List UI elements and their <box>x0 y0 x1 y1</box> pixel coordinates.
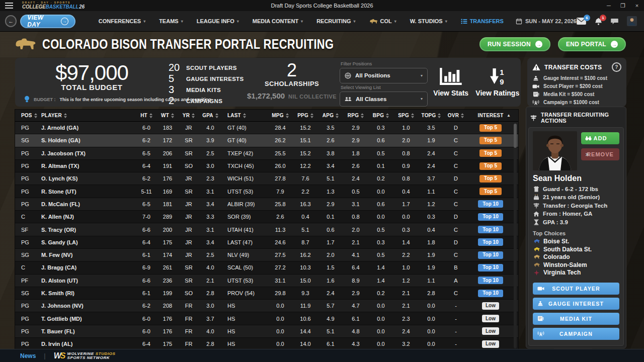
remove-button[interactable]: ✕ REMOVE <box>581 148 619 160</box>
cell-last: LAST (47) <box>221 239 268 245</box>
cell-bpg: 0.0 <box>368 303 393 309</box>
date-display[interactable]: SUN - MAY 22, 2026 <box>516 18 577 25</box>
table-row[interactable]: PGT. Gottlieb (MD)6-0176FR3.7HS0.010.64.… <box>15 312 518 325</box>
cell-rpg: 2.4 <box>343 175 368 182</box>
column-label: APG <box>323 113 334 118</box>
warning-icon <box>532 64 540 70</box>
table-row[interactable]: PGT. Bauer (FL)6-0176FR4.0HS0.014.45.14.… <box>15 325 518 338</box>
cell-rpg: 0.5 <box>343 189 368 195</box>
table-row[interactable]: PGJ. Arnold (GA)6-0183JR4.0GT (40)28.415… <box>15 122 518 134</box>
nav-item-teams[interactable]: TEAMS▾ <box>159 18 183 24</box>
cell-last: HS <box>221 303 268 309</box>
column-header-gpa[interactable]: GPA <box>199 113 221 118</box>
positions-dropdown[interactable]: All Positions ▾ <box>340 68 428 83</box>
table-row[interactable]: SGK. Smith (RI)6-1199SO2.8PROV (54)29.89… <box>15 287 518 300</box>
help-button[interactable]: ? <box>612 62 621 72</box>
table-row[interactable]: PGD. McCain (FL)6-5181JR3.4ALBIR (39)25.… <box>15 198 518 211</box>
cell-topg: 1.9 <box>419 137 444 143</box>
column-header-ovr[interactable]: OVR <box>444 113 468 118</box>
view-ratings-button[interactable]: 19 View Ratings <box>474 58 521 107</box>
minimize-button[interactable]: ─ <box>602 3 616 9</box>
nav-item-recruiting[interactable]: RECRUITING▾ <box>316 18 355 24</box>
network-logo[interactable]: WS WOLVERINE STUDIOS SPORTS NETWORK <box>54 352 116 360</box>
top-choice-winston-salem[interactable]: Winston-Salem <box>533 261 619 269</box>
back-button[interactable]: ← <box>5 15 17 27</box>
table-row[interactable]: SGS. Holden (GA)6-2172SR3.9GT (40)26.215… <box>15 134 518 147</box>
nav-item-media-content[interactable]: MEDIA CONTENT▾ <box>253 18 303 24</box>
table-row[interactable]: PGJ. Jacobson (TX)6-5206SR2.5TXEP (42)25… <box>15 147 518 160</box>
profile-avatar[interactable] <box>627 16 637 26</box>
table-row[interactable]: SGM. Few (NV)6-1174JR2.5NLV (49)27.516.2… <box>15 249 518 261</box>
cell-spg: 2.4 <box>393 328 419 334</box>
campaign-button[interactable]: CAMPAIGN <box>533 328 619 340</box>
column-header-spg[interactable]: SPG <box>393 113 419 118</box>
cell-ht: 6-6 <box>136 227 157 233</box>
column-header-bpg[interactable]: BPG <box>368 113 393 118</box>
column-header-topg[interactable]: TOPG <box>419 113 444 118</box>
cell-spg: 0.4 <box>393 189 419 195</box>
top-choice-south-dakota-st[interactable]: South Dakota St. <box>533 246 619 253</box>
top-choice-virginia-tech[interactable]: Virginia Tech <box>533 269 619 277</box>
gauge-interest-button[interactable]: GAUGE INTEREST <box>533 298 619 310</box>
column-header-wt[interactable]: WT <box>157 113 178 118</box>
column-header-interest[interactable]: INTEREST▲ <box>468 113 513 118</box>
column-header-last[interactable]: LAST <box>221 113 268 118</box>
cell-yr: JR <box>178 239 199 245</box>
table-row[interactable]: PGO. Lynch (KS)6-2176JR2.3WICH (51)27.87… <box>15 172 518 185</box>
nav-item-conferences[interactable]: CONFERENCES▾ <box>99 18 145 24</box>
cell-last: SOR (39) <box>221 214 268 220</box>
column-header-apg[interactable]: APG <box>318 113 343 118</box>
nav-item-w-studios[interactable]: W. STUDIOS▾ <box>410 18 447 24</box>
table-row[interactable]: PGJ. Johnson (NV)6-2208FR3.0HS0.011.95.7… <box>15 300 518 312</box>
view-day-button[interactable]: VIEW DAY → <box>20 15 75 28</box>
column-header-yr[interactable]: YR <box>178 113 199 118</box>
detail-text: GPA : 3.9 <box>543 219 568 225</box>
nav-item-league-info[interactable]: LEAGUE INFO▾ <box>197 18 239 24</box>
add-button[interactable]: ADD <box>581 132 619 144</box>
cell-ovr: C <box>444 252 468 258</box>
cell-interest: Top 5 <box>468 188 513 195</box>
view-stats-button[interactable]: View Stats <box>428 58 474 107</box>
column-header-ht[interactable]: HT <box>136 113 157 118</box>
nav-item-transfers[interactable]: TRANSFERS <box>461 18 504 24</box>
table-row[interactable]: PGR. Altman (TX)6-4191SO3.0TXCH (45)26.0… <box>15 160 518 172</box>
table-scrollbar[interactable] <box>514 123 517 348</box>
table-row[interactable]: PGR. Stone (UT)5-11169SR3.1UTST (53)7.92… <box>15 185 518 198</box>
close-button[interactable]: × <box>630 3 644 9</box>
top-choice-boise-st[interactable]: Boise St. <box>533 238 619 245</box>
menu-icon[interactable] <box>5 5 13 6</box>
run-session-button[interactable]: RUN SESSION → <box>479 37 550 51</box>
column-header-player[interactable]: PLAYER <box>34 113 136 118</box>
maximize-button[interactable]: ❐ <box>616 3 630 9</box>
scrollbar-thumb[interactable] <box>514 124 517 148</box>
transfer-costs-panel: TRANSFER COSTS ? Gauge Interest = $100 c… <box>527 58 626 107</box>
column-header-ppg[interactable]: PPG <box>293 113 318 118</box>
news-link[interactable]: News <box>20 352 36 359</box>
cell-yr: SR <box>178 264 199 270</box>
table-row[interactable]: CJ. Bragg (CA)6-9261SR4.0SCAL (50)27.210… <box>15 261 518 274</box>
column-header-rpg[interactable]: RPG <box>343 113 368 118</box>
nav-item-col[interactable]: COL▾ <box>369 18 396 24</box>
column-header-pos[interactable]: POS <box>15 113 34 118</box>
top-choice-colorado[interactable]: Colorado <box>533 253 619 261</box>
cell-ppg: 14.4 <box>293 328 318 334</box>
scout-player-button[interactable]: SCOUT PLAYER <box>533 283 619 295</box>
messages-button[interactable]: 6 <box>577 18 586 25</box>
table-row[interactable]: CK. Allen (NJ)7-0289JR3.3SOR (39)2.60.40… <box>15 211 518 223</box>
table-row[interactable]: SFS. Tracy (OR)6-6200JR3.1UTAH (41)11.35… <box>15 223 518 236</box>
cell-last: TXEP (42) <box>221 150 268 156</box>
column-header-mpg[interactable]: MPG <box>268 113 293 118</box>
table-row[interactable]: PFD. Alston (UT)6-6236SR2.1UTST (53)31.1… <box>15 275 518 287</box>
campaign-icon <box>537 331 544 336</box>
counter-label: SCOUT PLAYERS <box>186 65 237 71</box>
end-portal-button[interactable]: END PORTAL → <box>558 37 626 51</box>
cell-interest: Top 10 <box>468 290 513 297</box>
cell-ht: 6-6 <box>136 278 157 284</box>
classes-dropdown[interactable]: All Classes ▾ <box>340 92 428 107</box>
table-row[interactable]: PGS. Gandy (LA)6-4175JR3.4LAST (47)24.68… <box>15 236 518 249</box>
chevron-down-icon: ▾ <box>143 19 145 24</box>
cell-mpg: 24.6 <box>268 239 293 245</box>
alerts-button[interactable]: 1 <box>595 18 602 25</box>
chat-button[interactable] <box>611 18 618 25</box>
media-kit-button[interactable]: MEDIA KIT <box>533 313 619 325</box>
